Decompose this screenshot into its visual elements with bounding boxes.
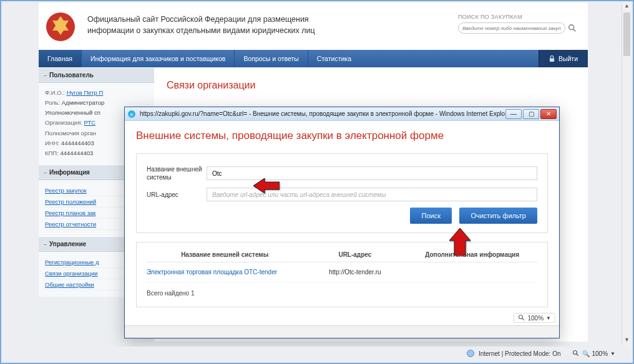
lock-icon — [549, 55, 555, 62]
svg-point-11 — [467, 350, 474, 357]
modal-status-bar — [125, 325, 559, 338]
close-button[interactable]: ✕ — [540, 109, 557, 119]
zoom-indicator[interactable]: 100% ▼ — [514, 313, 556, 323]
scrollbar-vertical[interactable]: ▲ ▼ — [622, 2, 632, 345]
svg-point-1 — [569, 25, 574, 30]
modal-heading: Внешние системы, проводящие закупки в эл… — [136, 130, 548, 142]
external-system-url-input[interactable] — [207, 188, 537, 201]
maximize-button[interactable]: ▢ — [523, 109, 539, 119]
modal-window: e https://zakupki.gov.ru/?name=Otc&url= … — [124, 107, 560, 338]
main-nav: Главная Информация для заказчиков и пост… — [39, 50, 588, 67]
nav-stats[interactable]: Статистика — [308, 50, 360, 67]
search-button[interactable]: Поиск — [410, 208, 451, 224]
result-name-link[interactable]: Электронная торговая площадка ОТС-tender — [147, 269, 303, 275]
nav-home[interactable]: Главная — [39, 50, 81, 67]
clear-filter-button[interactable]: Очистить фильтр — [459, 208, 537, 224]
globe-icon — [466, 349, 475, 358]
svg-point-12 — [573, 351, 577, 355]
url-label: URL-адрес — [147, 191, 207, 199]
logout-label: Выйти — [558, 55, 578, 62]
results-count: Всего найдено 1 — [147, 282, 537, 298]
results-header: Название внешней системы URL-адрес Допол… — [147, 251, 537, 262]
ie-favicon-icon: e — [127, 110, 136, 118]
search-label: ПОИСК ПО ЗАКУПКАМ — [458, 14, 577, 20]
svg-point-6 — [519, 315, 522, 319]
svg-line-2 — [573, 29, 576, 32]
external-system-name-input[interactable] — [207, 166, 537, 180]
svg-rect-3 — [550, 58, 554, 61]
zoom-control[interactable]: 🔍 100% ▼ — [572, 350, 616, 357]
logout-button[interactable]: Выйти — [539, 50, 588, 67]
page-title: Связи организации — [167, 80, 575, 91]
name-label: Название внешней системы — [147, 165, 207, 181]
result-url: http://Otc-tender.ru — [303, 269, 407, 275]
svg-line-13 — [576, 354, 578, 356]
svg-text:e: e — [130, 112, 134, 117]
nav-info[interactable]: Информация для заказчиков и поставщиков — [81, 50, 234, 67]
emblem-icon — [45, 11, 76, 42]
svg-line-7 — [522, 318, 524, 320]
user-fio-link[interactable]: Нугов Петр П — [67, 89, 104, 96]
modal-title-text: https://zakupki.gov.ru/?name=Otc&url= - … — [140, 110, 505, 117]
browser-status-bar: Internet | Protected Mode: On 🔍 100% ▼ — [6, 347, 620, 360]
sidebar-user-head[interactable]: –Пользователь — [39, 67, 154, 83]
user-org-link[interactable]: РТС — [84, 119, 96, 126]
search-input[interactable] — [458, 22, 565, 34]
table-row[interactable]: Электронная торговая площадка ОТС-tender… — [147, 262, 537, 282]
minimize-button[interactable]: — — [505, 109, 522, 119]
nav-faq[interactable]: Вопросы и ответы — [234, 50, 307, 67]
search-icon[interactable] — [568, 24, 577, 32]
